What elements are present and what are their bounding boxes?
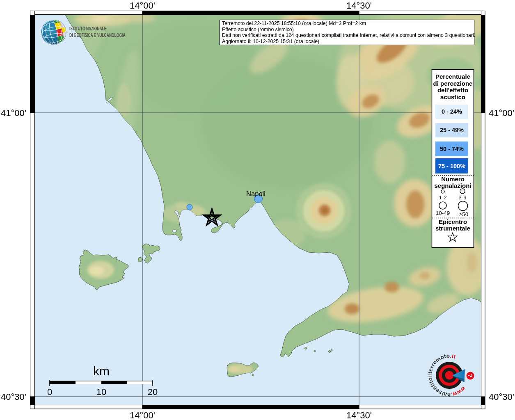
svg-text:41°00': 41°00' bbox=[489, 108, 514, 118]
svg-text:di percezione: di percezione bbox=[433, 80, 473, 87]
svg-text:Numero: Numero bbox=[441, 176, 465, 183]
svg-text:?: ? bbox=[467, 374, 474, 378]
svg-text:25 - 49%: 25 - 49% bbox=[440, 127, 464, 133]
svg-text:segnalazioni: segnalazioni bbox=[434, 182, 471, 189]
svg-text:75 - 100%: 75 - 100% bbox=[438, 163, 465, 169]
svg-text:0 - 24%: 0 - 24% bbox=[442, 108, 462, 115]
svg-text:40°30': 40°30' bbox=[1, 392, 26, 402]
svg-text:≥50: ≥50 bbox=[459, 211, 468, 217]
svg-text:acustico: acustico bbox=[440, 94, 465, 100]
svg-text:dell'effetto: dell'effetto bbox=[437, 87, 468, 94]
svg-text:strumentale: strumentale bbox=[435, 225, 470, 232]
svg-text:14°00': 14°00' bbox=[130, 410, 155, 420]
svg-text:14°30': 14°30' bbox=[346, 0, 372, 11]
svg-text:Terremoto del 22-11-2025 18:55: Terremoto del 22-11-2025 18:55:10 (ora l… bbox=[222, 21, 366, 26]
svg-text:ISTITUTO NAZIONALE: ISTITUTO NAZIONALE bbox=[69, 25, 107, 31]
svg-text:14°30': 14°30' bbox=[346, 410, 372, 420]
svg-text:0: 0 bbox=[47, 387, 52, 397]
svg-text:10: 10 bbox=[96, 387, 106, 397]
svg-text:20: 20 bbox=[148, 387, 158, 397]
svg-text:Percentuale: Percentuale bbox=[435, 73, 470, 80]
svg-text:41°00': 41°00' bbox=[1, 108, 26, 118]
svg-text:Dati non verificati estratti d: Dati non verificati estratti da 124 ques… bbox=[222, 32, 475, 38]
svg-text:Effetto acustico (rombo sismic: Effetto acustico (rombo sismico) bbox=[222, 27, 294, 32]
svg-text:Napoli: Napoli bbox=[246, 190, 266, 197]
svg-text:14°00': 14°00' bbox=[130, 0, 155, 11]
svg-text:40°30': 40°30' bbox=[489, 392, 514, 402]
svg-text:Aggiornato il: 10-12-2025 15:3: Aggiornato il: 10-12-2025 15:31 (ora loc… bbox=[222, 39, 319, 44]
svg-text:10-49: 10-49 bbox=[436, 210, 450, 216]
svg-text:Epicentro: Epicentro bbox=[439, 218, 467, 225]
svg-text:km: km bbox=[93, 364, 110, 378]
svg-text:50 - 74%: 50 - 74% bbox=[440, 146, 464, 152]
svg-text:DI GEOFISICA E VULCANOLOGIA: DI GEOFISICA E VULCANOLOGIA bbox=[69, 32, 126, 38]
svg-text:1-2: 1-2 bbox=[439, 194, 447, 201]
svg-text:3-9: 3-9 bbox=[458, 194, 467, 201]
